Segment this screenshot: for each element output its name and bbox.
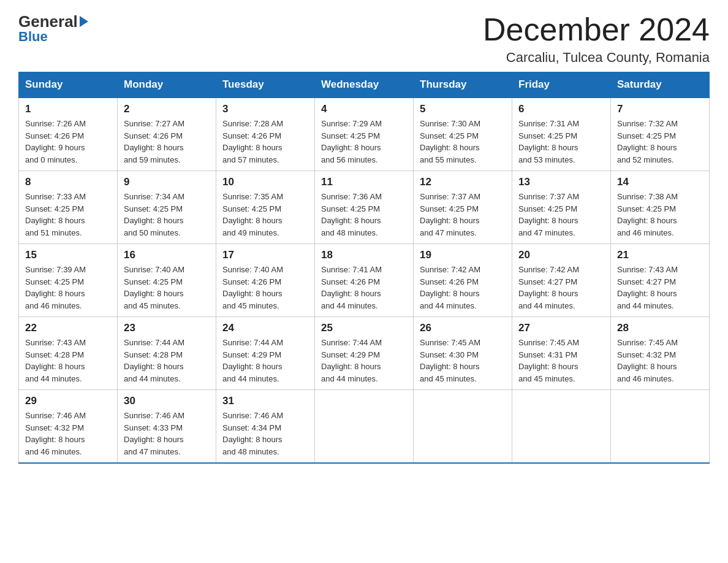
calendar-cell: 2Sunrise: 7:27 AMSunset: 4:26 PMDaylight… <box>118 98 216 171</box>
calendar-week-2: 8Sunrise: 7:33 AMSunset: 4:25 PMDaylight… <box>19 171 710 244</box>
day-number: 21 <box>617 249 703 261</box>
calendar-cell: 26Sunrise: 7:45 AMSunset: 4:30 PMDayligh… <box>414 317 512 390</box>
day-number: 3 <box>222 103 308 115</box>
calendar-cell: 19Sunrise: 7:42 AMSunset: 4:26 PMDayligh… <box>414 244 512 317</box>
day-number: 2 <box>124 103 210 115</box>
calendar-cell: 22Sunrise: 7:43 AMSunset: 4:28 PMDayligh… <box>19 317 118 390</box>
day-info: Sunrise: 7:45 AMSunset: 4:32 PMDaylight:… <box>617 337 703 385</box>
day-info: Sunrise: 7:36 AMSunset: 4:25 PMDaylight:… <box>321 191 407 239</box>
day-info: Sunrise: 7:43 AMSunset: 4:28 PMDaylight:… <box>25 337 111 385</box>
month-title: December 2024 <box>483 12 710 47</box>
calendar-cell: 15Sunrise: 7:39 AMSunset: 4:25 PMDayligh… <box>19 244 118 317</box>
calendar-cell: 29Sunrise: 7:46 AMSunset: 4:32 PMDayligh… <box>19 390 118 464</box>
day-number: 22 <box>25 322 111 334</box>
calendar-cell: 9Sunrise: 7:34 AMSunset: 4:25 PMDaylight… <box>118 171 216 244</box>
calendar-week-5: 29Sunrise: 7:46 AMSunset: 4:32 PMDayligh… <box>19 390 710 464</box>
day-number: 1 <box>25 103 111 115</box>
calendar-cell: 28Sunrise: 7:45 AMSunset: 4:32 PMDayligh… <box>611 317 710 390</box>
title-area: December 2024 Carcaliu, Tulcea County, R… <box>483 12 710 66</box>
calendar-table: SundayMondayTuesdayWednesdayThursdayFrid… <box>18 72 710 464</box>
day-number: 20 <box>518 249 604 261</box>
weekday-header-saturday: Saturday <box>611 72 710 98</box>
day-info: Sunrise: 7:44 AMSunset: 4:29 PMDaylight:… <box>222 337 308 385</box>
weekday-header-sunday: Sunday <box>19 72 118 98</box>
day-info: Sunrise: 7:42 AMSunset: 4:26 PMDaylight:… <box>420 264 506 312</box>
day-number: 30 <box>124 395 210 407</box>
day-number: 6 <box>518 103 604 115</box>
calendar-cell: 11Sunrise: 7:36 AMSunset: 4:25 PMDayligh… <box>315 171 414 244</box>
day-info: Sunrise: 7:26 AMSunset: 4:26 PMDaylight:… <box>25 118 111 166</box>
day-info: Sunrise: 7:29 AMSunset: 4:25 PMDaylight:… <box>321 118 407 166</box>
calendar-cell <box>414 390 512 464</box>
calendar-week-1: 1Sunrise: 7:26 AMSunset: 4:26 PMDaylight… <box>19 98 710 171</box>
day-info: Sunrise: 7:41 AMSunset: 4:26 PMDaylight:… <box>321 264 407 312</box>
logo: General Blue <box>18 12 88 45</box>
calendar-cell: 31Sunrise: 7:46 AMSunset: 4:34 PMDayligh… <box>216 390 315 464</box>
calendar-cell: 5Sunrise: 7:30 AMSunset: 4:25 PMDaylight… <box>414 98 512 171</box>
calendar-cell: 18Sunrise: 7:41 AMSunset: 4:26 PMDayligh… <box>315 244 414 317</box>
day-info: Sunrise: 7:35 AMSunset: 4:25 PMDaylight:… <box>222 191 308 239</box>
day-number: 4 <box>321 103 407 115</box>
day-number: 12 <box>420 176 506 188</box>
calendar-cell: 17Sunrise: 7:40 AMSunset: 4:26 PMDayligh… <box>216 244 315 317</box>
calendar-cell: 13Sunrise: 7:37 AMSunset: 4:25 PMDayligh… <box>512 171 611 244</box>
day-info: Sunrise: 7:33 AMSunset: 4:25 PMDaylight:… <box>25 191 111 239</box>
day-info: Sunrise: 7:44 AMSunset: 4:29 PMDaylight:… <box>321 337 407 385</box>
logo-arrow-icon <box>80 16 88 27</box>
day-info: Sunrise: 7:31 AMSunset: 4:25 PMDaylight:… <box>518 118 604 166</box>
day-number: 14 <box>617 176 703 188</box>
calendar-cell: 24Sunrise: 7:44 AMSunset: 4:29 PMDayligh… <box>216 317 315 390</box>
day-number: 10 <box>222 176 308 188</box>
calendar-cell: 7Sunrise: 7:32 AMSunset: 4:25 PMDaylight… <box>611 98 710 171</box>
day-number: 8 <box>25 176 111 188</box>
calendar-cell: 20Sunrise: 7:42 AMSunset: 4:27 PMDayligh… <box>512 244 611 317</box>
logo-blue-text: Blue <box>18 29 48 45</box>
day-info: Sunrise: 7:44 AMSunset: 4:28 PMDaylight:… <box>124 337 210 385</box>
day-number: 18 <box>321 249 407 261</box>
day-number: 24 <box>222 322 308 334</box>
weekday-header-friday: Friday <box>512 72 611 98</box>
day-number: 19 <box>420 249 506 261</box>
weekday-header-tuesday: Tuesday <box>216 72 315 98</box>
day-number: 23 <box>124 322 210 334</box>
day-info: Sunrise: 7:40 AMSunset: 4:26 PMDaylight:… <box>222 264 308 312</box>
calendar-week-3: 15Sunrise: 7:39 AMSunset: 4:25 PMDayligh… <box>19 244 710 317</box>
day-number: 16 <box>124 249 210 261</box>
calendar-cell: 27Sunrise: 7:45 AMSunset: 4:31 PMDayligh… <box>512 317 611 390</box>
weekday-header-wednesday: Wednesday <box>315 72 414 98</box>
day-info: Sunrise: 7:40 AMSunset: 4:25 PMDaylight:… <box>124 264 210 312</box>
day-number: 7 <box>617 103 703 115</box>
day-number: 9 <box>124 176 210 188</box>
day-info: Sunrise: 7:46 AMSunset: 4:32 PMDaylight:… <box>25 410 111 458</box>
day-info: Sunrise: 7:32 AMSunset: 4:25 PMDaylight:… <box>617 118 703 166</box>
day-info: Sunrise: 7:37 AMSunset: 4:25 PMDaylight:… <box>420 191 506 239</box>
calendar-cell: 10Sunrise: 7:35 AMSunset: 4:25 PMDayligh… <box>216 171 315 244</box>
day-info: Sunrise: 7:39 AMSunset: 4:25 PMDaylight:… <box>25 264 111 312</box>
calendar-cell: 23Sunrise: 7:44 AMSunset: 4:28 PMDayligh… <box>118 317 216 390</box>
calendar-cell: 8Sunrise: 7:33 AMSunset: 4:25 PMDaylight… <box>19 171 118 244</box>
day-number: 13 <box>518 176 604 188</box>
day-number: 26 <box>420 322 506 334</box>
day-info: Sunrise: 7:34 AMSunset: 4:25 PMDaylight:… <box>124 191 210 239</box>
day-number: 31 <box>222 395 308 407</box>
calendar-cell: 12Sunrise: 7:37 AMSunset: 4:25 PMDayligh… <box>414 171 512 244</box>
calendar-cell: 3Sunrise: 7:28 AMSunset: 4:26 PMDaylight… <box>216 98 315 171</box>
calendar-cell <box>512 390 611 464</box>
calendar-week-4: 22Sunrise: 7:43 AMSunset: 4:28 PMDayligh… <box>19 317 710 390</box>
day-info: Sunrise: 7:28 AMSunset: 4:26 PMDaylight:… <box>222 118 308 166</box>
day-info: Sunrise: 7:45 AMSunset: 4:30 PMDaylight:… <box>420 337 506 385</box>
location-title: Carcaliu, Tulcea County, Romania <box>483 50 710 66</box>
day-info: Sunrise: 7:38 AMSunset: 4:25 PMDaylight:… <box>617 191 703 239</box>
weekday-header-row: SundayMondayTuesdayWednesdayThursdayFrid… <box>19 72 710 98</box>
calendar-cell: 25Sunrise: 7:44 AMSunset: 4:29 PMDayligh… <box>315 317 414 390</box>
calendar-cell <box>315 390 414 464</box>
calendar-cell: 4Sunrise: 7:29 AMSunset: 4:25 PMDaylight… <box>315 98 414 171</box>
day-info: Sunrise: 7:42 AMSunset: 4:27 PMDaylight:… <box>518 264 604 312</box>
calendar-cell: 1Sunrise: 7:26 AMSunset: 4:26 PMDaylight… <box>19 98 118 171</box>
calendar-cell: 16Sunrise: 7:40 AMSunset: 4:25 PMDayligh… <box>118 244 216 317</box>
day-info: Sunrise: 7:46 AMSunset: 4:33 PMDaylight:… <box>124 410 210 458</box>
day-number: 28 <box>617 322 703 334</box>
day-number: 25 <box>321 322 407 334</box>
day-info: Sunrise: 7:27 AMSunset: 4:26 PMDaylight:… <box>124 118 210 166</box>
day-number: 29 <box>25 395 111 407</box>
